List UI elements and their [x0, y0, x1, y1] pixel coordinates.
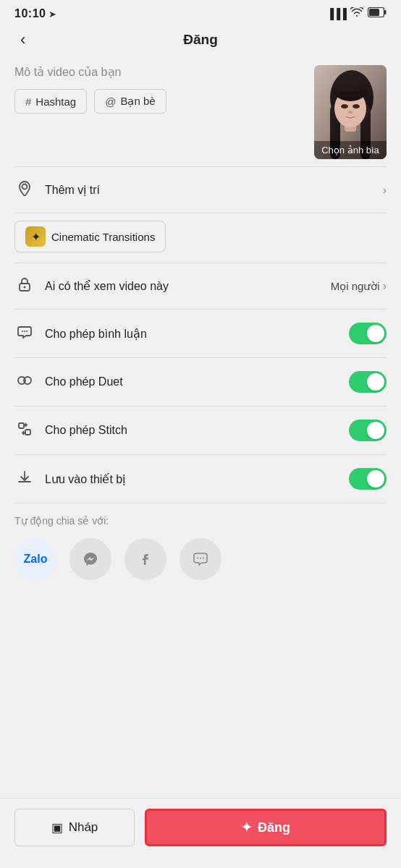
save-device-row: Lưu vào thiết bị — [0, 455, 401, 503]
who-can-view-value: Mọi người › — [331, 280, 387, 293]
svg-point-10 — [353, 104, 360, 109]
cinematic-star-icon: ✦ — [25, 226, 46, 247]
svg-rect-1 — [369, 9, 379, 16]
zalo-share-button[interactable]: Zalo — [14, 538, 56, 580]
svg-point-15 — [24, 286, 26, 289]
signal-icon: ▐▐▐ — [326, 8, 346, 20]
hashtag-button[interactable]: # Hashtag — [14, 89, 87, 114]
description-placeholder[interactable]: Mô tả video của bạn — [14, 65, 303, 79]
allow-comments-label: Cho phép bình luận — [45, 327, 349, 341]
post-icon: ✦ — [241, 820, 252, 835]
sms-share-button[interactable] — [180, 538, 221, 580]
page-header: ‹ Đăng — [0, 25, 401, 55]
save-device-label: Lưu vào thiết bị — [45, 472, 349, 486]
svg-point-26 — [197, 558, 198, 559]
svg-point-28 — [203, 558, 204, 559]
hashtag-icon: # — [25, 95, 31, 108]
svg-rect-2 — [384, 10, 387, 14]
who-can-view-row[interactable]: Ai có thể xem video này Mọi người › — [0, 263, 401, 309]
svg-point-11 — [348, 111, 353, 114]
who-can-view-label: Ai có thể xem video này — [45, 279, 331, 293]
back-button[interactable]: ‹ — [14, 27, 31, 52]
page-title: Đăng — [183, 32, 218, 48]
save-device-toggle[interactable] — [349, 468, 387, 490]
allow-stitch-toggle[interactable] — [349, 420, 387, 441]
allow-duet-label: Cho phép Duet — [45, 375, 349, 388]
wifi-icon — [350, 7, 363, 20]
svg-point-16 — [22, 331, 23, 332]
cinematic-label: Cinematic Transitions — [51, 231, 155, 243]
svg-rect-21 — [19, 423, 24, 428]
allow-duet-toggle[interactable] — [349, 371, 387, 393]
svg-point-13 — [22, 184, 28, 190]
thumbnail-wrap[interactable]: Chọn ảnh bìa — [314, 65, 387, 159]
who-can-view-text: Mọi người — [331, 280, 380, 293]
hashtag-label: Hashtag — [35, 95, 76, 108]
allow-duet-row: Cho phép Duet — [0, 358, 401, 406]
status-bar: 10:10 ➤ ▐▐▐ — [0, 0, 401, 25]
location-label: Thêm vị trí — [45, 183, 383, 197]
allow-stitch-label: Cho phép Stitch — [45, 424, 349, 437]
draft-button[interactable]: ▣ Nháp — [14, 809, 135, 846]
svg-point-17 — [24, 331, 25, 332]
auto-share-section-label: Tự động chia sẻ với: — [0, 503, 401, 532]
messenger-share-button[interactable] — [69, 538, 111, 580]
download-icon — [14, 469, 35, 489]
thumbnail-label: Chọn ảnh bìa — [314, 141, 387, 159]
allow-comments-toggle[interactable] — [349, 323, 387, 344]
cinematic-badge[interactable]: ✦ Cinematic Transitions — [14, 221, 166, 252]
allow-stitch-row: Cho phép Stitch — [0, 407, 401, 454]
svg-point-27 — [200, 558, 201, 559]
svg-point-9 — [341, 104, 348, 109]
at-icon: @ — [105, 95, 116, 108]
post-button[interactable]: ✦ Đăng — [145, 809, 387, 846]
description-section: Mô tả video của bạn # Hashtag @ Bạn bè — [0, 55, 401, 166]
mention-button[interactable]: @ Bạn bè — [94, 89, 166, 114]
share-row: Zalo — [0, 532, 401, 593]
who-can-view-chevron-icon: › — [383, 280, 387, 293]
allow-comments-row: Cho phép bình luận — [0, 310, 401, 357]
location-row[interactable]: Thêm vị trí › — [0, 167, 401, 213]
svg-point-18 — [26, 331, 28, 332]
draft-label: Nháp — [69, 820, 98, 835]
tags-row: # Hashtag @ Bạn bè — [14, 89, 303, 114]
battery-icon — [368, 7, 387, 20]
location-icon — [14, 180, 35, 200]
draft-icon: ▣ — [51, 820, 63, 835]
content-area: Mô tả video của bạn # Hashtag @ Bạn bè — [0, 55, 401, 665]
post-label: Đăng — [258, 820, 290, 835]
stitch-icon — [14, 421, 35, 441]
location-chevron-icon: › — [383, 184, 387, 197]
facebook-share-button[interactable] — [124, 538, 166, 580]
status-time: 10:10 — [14, 7, 46, 20]
bottom-bar: ▣ Nháp ✦ Đăng — [0, 798, 401, 868]
svg-rect-22 — [25, 430, 30, 435]
status-icons: ▐▐▐ — [326, 7, 387, 20]
cinematic-section: ✦ Cinematic Transitions — [0, 213, 401, 263]
duet-icon — [14, 373, 35, 392]
mention-label: Bạn bè — [120, 95, 155, 108]
lock-icon — [14, 276, 35, 296]
description-left: Mô tả video của bạn # Hashtag @ Bạn bè — [14, 65, 303, 114]
location-arrow-icon: ➤ — [48, 9, 56, 20]
comment-icon — [14, 324, 35, 344]
